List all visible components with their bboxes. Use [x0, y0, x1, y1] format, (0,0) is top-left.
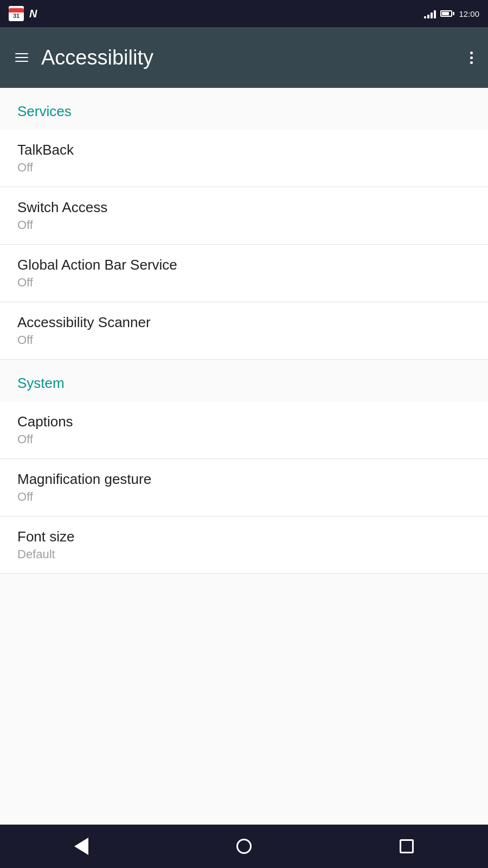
services-section-title: Services	[17, 103, 72, 119]
talkback-title: TalkBack	[17, 142, 471, 158]
home-icon	[236, 839, 252, 854]
global-action-bar-item[interactable]: Global Action Bar Service Off	[0, 245, 488, 302]
clock: 12:00	[459, 9, 479, 18]
accessibility-scanner-title: Accessibility Scanner	[17, 314, 471, 331]
more-dot-3	[470, 61, 473, 64]
signal-bar-1	[424, 16, 426, 18]
back-icon	[74, 838, 88, 855]
talkback-item[interactable]: TalkBack Off	[0, 130, 488, 187]
battery-icon	[440, 10, 454, 17]
bottom-nav	[0, 825, 488, 868]
more-options-button[interactable]	[466, 47, 477, 68]
status-bar: 31 N 12:00	[0, 0, 488, 27]
magnification-gesture-title: Magnification gesture	[17, 471, 471, 488]
signal-bar-3	[431, 12, 433, 18]
battery-body	[440, 10, 452, 17]
signal-bar-2	[427, 15, 429, 18]
global-action-bar-subtitle: Off	[17, 276, 471, 290]
signal-bar-4	[434, 10, 436, 18]
services-section-header: Services	[0, 88, 488, 130]
home-button[interactable]	[228, 830, 260, 863]
battery-tip	[453, 12, 454, 15]
more-dot-2	[470, 56, 473, 59]
talkback-subtitle: Off	[17, 161, 471, 175]
signal-icon	[424, 9, 436, 18]
calendar-top-bar	[9, 8, 24, 12]
font-size-item[interactable]: Font size Default	[0, 516, 488, 574]
captions-item[interactable]: Captions Off	[0, 401, 488, 459]
notification-icon: N	[29, 8, 37, 20]
captions-subtitle: Off	[17, 432, 471, 446]
hamburger-line-2	[15, 57, 28, 58]
status-bar-left: 31 N	[9, 6, 37, 21]
font-size-title: Font size	[17, 528, 471, 545]
switch-access-subtitle: Off	[17, 218, 471, 232]
recents-icon	[400, 839, 414, 853]
main-content: Services TalkBack Off Switch Access Off …	[0, 88, 488, 825]
captions-title: Captions	[17, 413, 471, 430]
font-size-subtitle: Default	[17, 547, 471, 561]
page-title: Accessibility	[41, 46, 153, 69]
magnification-gesture-item[interactable]: Magnification gesture Off	[0, 459, 488, 516]
status-bar-right: 12:00	[424, 9, 479, 18]
accessibility-scanner-item[interactable]: Accessibility Scanner Off	[0, 302, 488, 360]
hamburger-line-3	[15, 61, 28, 62]
calendar-icon: 31	[9, 6, 24, 21]
global-action-bar-title: Global Action Bar Service	[17, 257, 471, 273]
system-section-header: System	[0, 360, 488, 401]
recents-button[interactable]	[391, 831, 422, 862]
magnification-gesture-subtitle: Off	[17, 490, 471, 504]
hamburger-line-1	[15, 53, 28, 54]
more-dot-1	[470, 52, 473, 54]
switch-access-item[interactable]: Switch Access Off	[0, 187, 488, 245]
menu-button[interactable]	[11, 49, 33, 66]
accessibility-scanner-subtitle: Off	[17, 333, 471, 347]
back-button[interactable]	[66, 829, 97, 864]
system-section-title: System	[17, 375, 65, 391]
battery-fill	[442, 12, 449, 15]
app-bar: Accessibility	[0, 27, 488, 88]
app-bar-left: Accessibility	[11, 46, 153, 69]
switch-access-title: Switch Access	[17, 199, 471, 216]
calendar-day: 31	[13, 12, 20, 19]
